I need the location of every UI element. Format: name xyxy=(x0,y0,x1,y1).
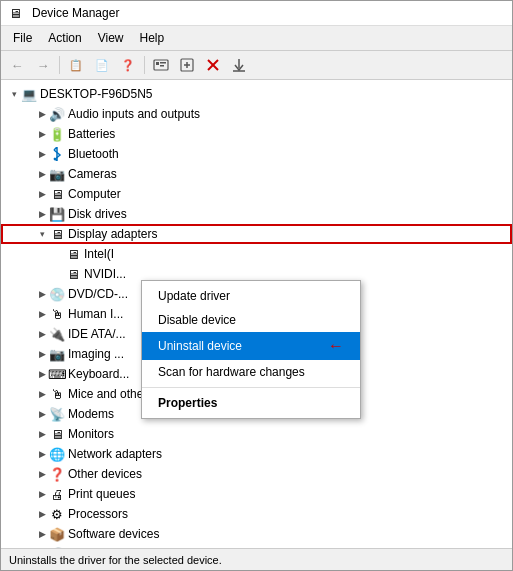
uninstall-button[interactable] xyxy=(201,54,225,76)
other-expand[interactable]: ▶ xyxy=(35,467,49,481)
download-button[interactable] xyxy=(227,54,251,76)
other-label: Other devices xyxy=(68,467,142,481)
ide-expand[interactable]: ▶ xyxy=(35,327,49,341)
human-expand[interactable]: ▶ xyxy=(35,307,49,321)
ctx-uninstall-device[interactable]: Uninstall device ← xyxy=(142,332,360,360)
tree-item-cameras[interactable]: ▶ 📷 Cameras xyxy=(1,164,512,184)
dvd-icon: 💿 xyxy=(49,286,65,302)
display-expand[interactable]: ▾ xyxy=(35,227,49,241)
tree-item-computer[interactable]: ▶ 🖥 Computer xyxy=(1,184,512,204)
menu-help[interactable]: Help xyxy=(132,28,173,48)
mice-expand[interactable]: ▶ xyxy=(35,387,49,401)
tree-item-other[interactable]: ▶ ❓ Other devices xyxy=(1,464,512,484)
bluetooth-icon xyxy=(49,146,65,162)
tree-item-batteries[interactable]: ▶ 🔋 Batteries xyxy=(1,124,512,144)
tree-item-monitors[interactable]: ▶ 🖥 Monitors xyxy=(1,424,512,444)
network-label: Network adapters xyxy=(68,447,162,461)
modems-expand[interactable]: ▶ xyxy=(35,407,49,421)
ctx-separator xyxy=(142,387,360,388)
tree-item-software[interactable]: ▶ 📦 Software devices xyxy=(1,524,512,544)
device-manager-window: 🖥 Device Manager File Action View Help ←… xyxy=(0,0,513,571)
title-icon: 🖥 xyxy=(7,5,23,21)
back-button[interactable]: ← xyxy=(5,54,29,76)
help-button[interactable]: ❓ xyxy=(116,54,140,76)
processors-expand[interactable]: ▶ xyxy=(35,507,49,521)
window-title: Device Manager xyxy=(32,6,119,20)
tree-item-display[interactable]: ▾ 🖥 Display adapters xyxy=(1,224,512,244)
add-hardware-button[interactable] xyxy=(175,54,199,76)
network-icon: 🌐 xyxy=(49,446,65,462)
monitors-expand[interactable]: ▶ xyxy=(35,427,49,441)
svg-rect-3 xyxy=(160,65,164,67)
tree-item-print[interactable]: ▶ 🖨 Print queues xyxy=(1,484,512,504)
dvd-label: DVD/CD-... xyxy=(68,287,128,301)
tree-pane[interactable]: ▾ 💻 DESKTOP-F96D5N5 ▶ 🔊 Audio inputs and… xyxy=(1,80,512,548)
ide-label: IDE ATA/... xyxy=(68,327,126,341)
imaging-expand[interactable]: ▶ xyxy=(35,347,49,361)
tree-item-network[interactable]: ▶ 🌐 Network adapters xyxy=(1,444,512,464)
monitors-icon: 🖥 xyxy=(49,426,65,442)
dvd-expand[interactable]: ▶ xyxy=(35,287,49,301)
nvidia-label: NVIDI... xyxy=(84,267,126,281)
software-expand[interactable]: ▶ xyxy=(35,527,49,541)
scan-button[interactable] xyxy=(149,54,173,76)
tree-item-disk[interactable]: ▶ 💾 Disk drives xyxy=(1,204,512,224)
batteries-expand[interactable]: ▶ xyxy=(35,127,49,141)
audio-expand[interactable]: ▶ xyxy=(35,107,49,121)
sound-label: Sound, video and game controllers xyxy=(68,547,253,548)
ctx-disable-device[interactable]: Disable device xyxy=(142,308,360,332)
batteries-icon: 🔋 xyxy=(49,126,65,142)
audio-icon: 🔊 xyxy=(49,106,65,122)
cameras-icon: 📷 xyxy=(49,166,65,182)
root-label: DESKTOP-F96D5N5 xyxy=(40,87,152,101)
other-icon: ❓ xyxy=(49,466,65,482)
tree-item-sound[interactable]: ▶ 🔊 Sound, video and game controllers xyxy=(1,544,512,548)
ctx-uninstall-label: Uninstall device xyxy=(158,339,242,353)
bluetooth-expand[interactable]: ▶ xyxy=(35,147,49,161)
menu-bar: File Action View Help xyxy=(1,26,512,51)
ctx-properties[interactable]: Properties xyxy=(142,391,360,415)
display-icon: 🖥 xyxy=(49,226,65,242)
menu-view[interactable]: View xyxy=(90,28,132,48)
disk-label: Disk drives xyxy=(68,207,127,221)
modems-icon: 📡 xyxy=(49,406,65,422)
software-icon: 📦 xyxy=(49,526,65,542)
tree-item-intel[interactable]: ▶ 🖥 Intel(I xyxy=(1,244,512,264)
computer-icon: 🖥 xyxy=(49,186,65,202)
ctx-scan-hardware[interactable]: Scan for hardware changes xyxy=(142,360,360,384)
red-arrow-icon: ← xyxy=(328,337,344,355)
tree-item-processors[interactable]: ▶ ⚙ Processors xyxy=(1,504,512,524)
sound-expand[interactable]: ▶ xyxy=(35,547,49,548)
monitors-label: Monitors xyxy=(68,427,114,441)
forward-button[interactable]: → xyxy=(31,54,55,76)
print-label: Print queues xyxy=(68,487,135,501)
print-icon: 🖨 xyxy=(49,486,65,502)
root-icon: 💻 xyxy=(21,86,37,102)
disk-expand[interactable]: ▶ xyxy=(35,207,49,221)
audio-label: Audio inputs and outputs xyxy=(68,107,200,121)
ctx-update-driver[interactable]: Update driver xyxy=(142,284,360,308)
toolbar: ← → 📋 📄 ❓ xyxy=(1,51,512,80)
computer-expand[interactable]: ▶ xyxy=(35,187,49,201)
keyboard-label: Keyboard... xyxy=(68,367,129,381)
status-text: Uninstalls the driver for the selected d… xyxy=(9,554,222,566)
cameras-expand[interactable]: ▶ xyxy=(35,167,49,181)
tree-item-bluetooth[interactable]: ▶ Bluetooth xyxy=(1,144,512,164)
root-expand[interactable]: ▾ xyxy=(7,87,21,101)
tree-item-audio[interactable]: ▶ 🔊 Audio inputs and outputs xyxy=(1,104,512,124)
intel-label: Intel(I xyxy=(84,247,114,261)
mice-icon: 🖱 xyxy=(49,386,65,402)
update-driver-button[interactable]: 📄 xyxy=(90,54,114,76)
toolbar-separator-1 xyxy=(59,56,60,74)
print-expand[interactable]: ▶ xyxy=(35,487,49,501)
ide-icon: 🔌 xyxy=(49,326,65,342)
menu-file[interactable]: File xyxy=(5,28,40,48)
tree-root[interactable]: ▾ 💻 DESKTOP-F96D5N5 xyxy=(1,84,512,104)
network-expand[interactable]: ▶ xyxy=(35,447,49,461)
svg-rect-1 xyxy=(156,62,159,65)
modems-label: Modems xyxy=(68,407,114,421)
toolbar-separator-2 xyxy=(144,56,145,74)
menu-action[interactable]: Action xyxy=(40,28,89,48)
properties-button[interactable]: 📋 xyxy=(64,54,88,76)
imaging-icon: 📷 xyxy=(49,346,65,362)
